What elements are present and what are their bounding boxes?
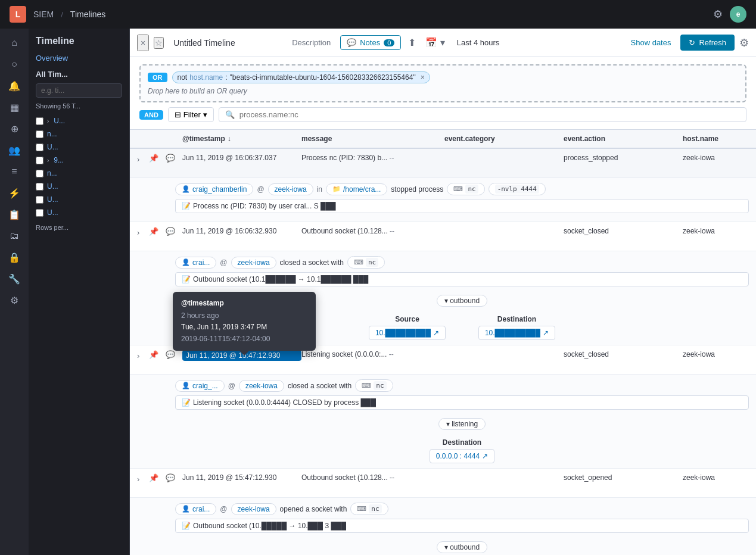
filter-key: host.name <box>189 73 223 82</box>
sidebar-icon-manage[interactable]: 🔧 <box>5 269 24 288</box>
remove-filter-tag-icon[interactable]: × <box>421 73 425 82</box>
list-item-checkbox-2[interactable] <box>36 130 43 138</box>
sidebar-icon-alerts[interactable]: 🔔 <box>5 76 24 95</box>
dest-value-3[interactable]: 0.0.0.0 : 4444 ↗ <box>430 449 494 463</box>
timestamp-col-2[interactable]: Jun 11, 2019 @ 16:06:32.930 <box>182 227 301 235</box>
timestamp-col-4[interactable]: Jun 11, 2019 @ 15:47:12.930 <box>182 473 301 482</box>
list-item-checkbox-5[interactable] <box>36 170 43 177</box>
timeline-search-input[interactable] <box>36 83 122 98</box>
user-avatar[interactable]: e <box>730 6 746 23</box>
comment-col-1[interactable]: 💬 <box>166 154 182 163</box>
sidebar-icon-home[interactable]: ⌂ <box>5 33 24 52</box>
listening-toggle-3[interactable]: ▾ listening <box>438 418 486 430</box>
comment-col-4[interactable]: 💬 <box>166 473 182 482</box>
pin-col-4[interactable]: 📌 <box>149 473 166 482</box>
close-timeline-button[interactable]: × <box>137 35 149 51</box>
message-col-4: Outbound socket (10.128... -- <box>301 473 444 482</box>
list-item-value-1[interactable]: U... <box>54 117 65 125</box>
notes-button[interactable]: 💬 Notes 0 <box>340 35 401 50</box>
list-item-value-6[interactable]: U... <box>47 182 58 191</box>
comment-col-2[interactable]: 💬 <box>166 227 182 236</box>
expand-arrow-1[interactable]: › <box>47 118 49 124</box>
event-row-2: › 📌 💬 Jun 11, 2019 @ 16:06:32.930 Outbou… <box>130 222 756 251</box>
sidebar-icon-exceptions[interactable]: ⚡ <box>5 183 24 202</box>
show-dates-button[interactable]: Show dates <box>626 36 676 49</box>
event-row-1: › 📌 💬 Jun 11, 2019 @ 16:06:37.037 Proces… <box>130 149 756 177</box>
list-item: n... <box>36 127 122 141</box>
showing-count: Showing 56 T... <box>36 102 122 110</box>
share-button[interactable]: ⬆ <box>406 35 418 51</box>
list-item-checkbox-4[interactable] <box>36 157 43 164</box>
event-detail-4: 👤 crai... @ zeek-iowa opened a socket wi… <box>130 497 756 555</box>
comment-col-3[interactable]: 💬 <box>166 350 182 359</box>
favorite-button[interactable]: ☆ <box>154 37 164 49</box>
overview-link[interactable]: Overview <box>36 51 122 65</box>
list-item-value-3[interactable]: U... <box>47 143 58 151</box>
expand-col-2[interactable]: › <box>137 227 149 237</box>
filter-dropdown-button[interactable]: ⊟ Filter ▾ <box>168 107 214 122</box>
dest-value-2[interactable]: 10.█████████ ↗ <box>478 326 555 340</box>
sidebar-icon-rules[interactable]: ≡ <box>5 162 24 181</box>
query-bar-section: OR not host.name: "beats-ci-immutable-ub… <box>130 57 756 130</box>
list-item-checkbox-6[interactable] <box>36 183 43 191</box>
refresh-button[interactable]: ↻ Refresh <box>680 35 735 51</box>
refresh-icon: ↻ <box>689 38 695 47</box>
nav-settings-icon[interactable]: ⚙ <box>713 8 723 21</box>
event-note-3: 📝 Listening socket (0.0.0.0:4444) CLOSED… <box>175 395 749 410</box>
filter-value: "beats-ci-immutable-ubuntu-1604-15602833… <box>230 73 416 82</box>
expand-col-4[interactable]: › <box>137 473 149 484</box>
pin-col-1[interactable]: 📌 <box>149 154 166 163</box>
expand-col-1[interactable]: › <box>137 154 149 164</box>
list-item-value-4[interactable]: 9... <box>54 156 64 164</box>
calendar-button[interactable]: 📅 ▾ <box>423 35 447 51</box>
event-action-col-4: socket_opened <box>564 473 683 482</box>
th-message: message <box>301 135 444 143</box>
timeline-settings-icon[interactable]: ⚙ <box>739 36 749 49</box>
sidebar-icon-cases[interactable]: 🗂 <box>5 226 24 245</box>
drop-hint: Drop here to build an OR query <box>148 87 738 95</box>
search-icon: 🔍 <box>225 110 235 119</box>
filter-chevron-icon: ▾ <box>203 110 207 119</box>
app-name[interactable]: SIEM <box>33 10 54 19</box>
list-item-value-8[interactable]: U... <box>47 208 58 217</box>
user-pill-1: 👤 craig_chamberlin <box>175 183 253 195</box>
list-item-checkbox-1[interactable] <box>36 117 43 125</box>
sidebar-icon-network[interactable]: ⊕ <box>5 119 24 138</box>
sidebar-icon-hosts[interactable]: ▦ <box>5 98 24 117</box>
events-table: @timestamp ↓ message event.category even… <box>130 130 756 555</box>
sidebar-icon-settings[interactable]: ⚙ <box>5 291 24 310</box>
sidebar-icon-intel[interactable]: 🔒 <box>5 248 24 267</box>
expand-arrow-4[interactable]: › <box>47 157 49 164</box>
expand-col-3[interactable]: › <box>137 350 149 360</box>
refresh-label: Refresh <box>699 38 726 47</box>
th-event-category: event.category <box>444 135 564 143</box>
list-item-value-5[interactable]: n... <box>47 169 57 177</box>
list-item-checkbox-8[interactable] <box>36 209 43 217</box>
kql-search-input[interactable] <box>239 110 740 119</box>
list-item-value-2[interactable]: n... <box>47 130 57 138</box>
app-logo[interactable]: L <box>10 6 26 23</box>
outbound-toggle-4[interactable]: ▾ outbound <box>437 541 487 553</box>
list-item-checkbox-3[interactable] <box>36 144 43 151</box>
timeline-body: OR not host.name: "beats-ci-immutable-ub… <box>130 57 756 555</box>
sidebar-icon-users[interactable]: 👥 <box>5 141 24 160</box>
filter-tag[interactable]: not host.name: "beats-ci-immutable-ubunt… <box>172 71 430 83</box>
list-item-value-7[interactable]: U... <box>47 195 58 204</box>
source-value-2[interactable]: 10.█████████ ↗ <box>369 326 446 340</box>
timeline-title-input[interactable] <box>169 36 282 50</box>
description-button[interactable]: Description <box>287 36 335 49</box>
time-range-button[interactable]: Last 4 hours <box>452 36 505 49</box>
pin-col-2[interactable]: 📌 <box>149 227 166 236</box>
sidebar-icon-timelines[interactable]: 📋 <box>5 205 24 224</box>
list-item: › U... <box>36 114 122 127</box>
th-timestamp[interactable]: @timestamp ↓ <box>182 135 301 143</box>
outbound-toggle-2[interactable]: ▾ outbound <box>437 295 487 307</box>
list-item: n... <box>36 167 122 180</box>
timestamp-col-1[interactable]: Jun 11, 2019 @ 16:06:37.037 <box>182 154 301 162</box>
list-item: U... <box>36 141 122 154</box>
list-item: U... <box>36 180 122 193</box>
list-item-checkbox-7[interactable] <box>36 196 43 204</box>
pin-col-3[interactable]: 📌 <box>149 350 166 359</box>
location-pill-3: zeek-iowa <box>239 380 284 392</box>
sidebar-icon-overview[interactable]: ○ <box>5 55 24 74</box>
